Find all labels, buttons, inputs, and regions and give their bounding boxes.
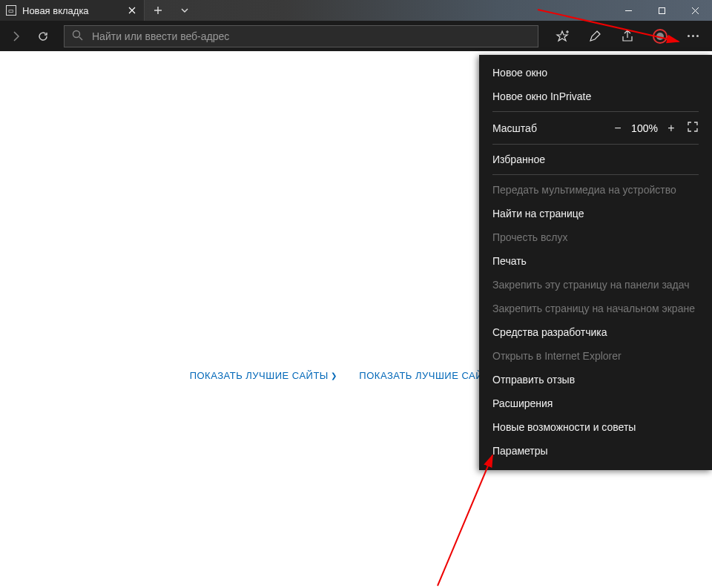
address-input[interactable] <box>92 30 530 42</box>
forward-button[interactable] <box>4 24 28 48</box>
fullscreen-icon[interactable] <box>687 121 699 135</box>
new-tab-button[interactable] <box>145 0 171 21</box>
browser-tab[interactable]: ▭ Новая вкладка <box>0 0 145 21</box>
titlebar: ▭ Новая вкладка <box>0 0 712 21</box>
menu-find[interactable]: Найти на странице <box>479 202 712 225</box>
favorites-icon[interactable] <box>547 22 577 51</box>
svg-point-1 <box>73 30 80 37</box>
more-menu-button[interactable] <box>678 22 708 51</box>
menu-zoom-row: Масштаб − 100% + <box>479 115 712 141</box>
refresh-button[interactable] <box>31 24 55 48</box>
notes-icon[interactable] <box>580 22 610 51</box>
zoom-value: 100% <box>627 122 662 134</box>
menu-read-aloud: Прочесть вслух <box>479 225 712 249</box>
menu-separator <box>492 144 699 145</box>
tab-title: Новая вкладка <box>22 5 126 16</box>
address-bar[interactable] <box>64 25 538 47</box>
menu-settings[interactable]: Параметры <box>479 439 712 463</box>
close-tab-icon[interactable] <box>126 4 138 16</box>
toolbar <box>0 21 712 51</box>
search-icon <box>72 30 83 43</box>
menu-open-ie: Открыть в Internet Explorer <box>479 344 712 368</box>
close-window-button[interactable] <box>679 0 712 21</box>
zoom-in-button[interactable]: + <box>662 122 681 135</box>
menu-whats-new[interactable]: Новые возможности и советы <box>479 415 712 439</box>
menu-print[interactable]: Печать <box>479 249 712 273</box>
zoom-label: Масштаб <box>492 122 608 134</box>
menu-pin-start: Закрепить страницу на начальном экране <box>479 297 712 320</box>
show-top-sites-link[interactable]: ПОКАЗАТЬ ЛУЧШИЕ САЙТЫ ❯ <box>190 370 337 381</box>
menu-cast: Передать мультимедиа на устройство <box>479 178 712 202</box>
menu-new-inprivate[interactable]: Новое окно InPrivate <box>479 85 712 108</box>
menu-dev-tools[interactable]: Средства разработчика <box>479 320 712 344</box>
link-label: ПОКАЗАТЬ ЛУЧШИЕ САЙТЫ <box>190 370 329 381</box>
menu-favorites[interactable]: Избранное <box>479 148 712 171</box>
menu-separator <box>492 174 699 175</box>
menu-separator <box>492 111 699 112</box>
more-menu: Новое окно Новое окно InPrivate Масштаб … <box>479 55 712 470</box>
chevron-right-icon: ❯ <box>331 371 337 380</box>
menu-extensions[interactable]: Расширения <box>479 392 712 415</box>
share-icon[interactable] <box>613 22 642 51</box>
profile-icon[interactable] <box>645 22 675 51</box>
maximize-button[interactable] <box>645 0 679 21</box>
svg-rect-0 <box>659 7 665 13</box>
menu-feedback[interactable]: Отправить отзыв <box>479 368 712 392</box>
zoom-out-button[interactable]: − <box>608 122 627 135</box>
menu-pin-taskbar: Закрепить эту страницу на панели задач <box>479 273 712 297</box>
menu-new-window[interactable]: Новое окно <box>479 61 712 85</box>
minimize-button[interactable] <box>612 0 645 21</box>
tab-favicon: ▭ <box>6 5 16 16</box>
tabs-list-button[interactable] <box>171 0 198 21</box>
